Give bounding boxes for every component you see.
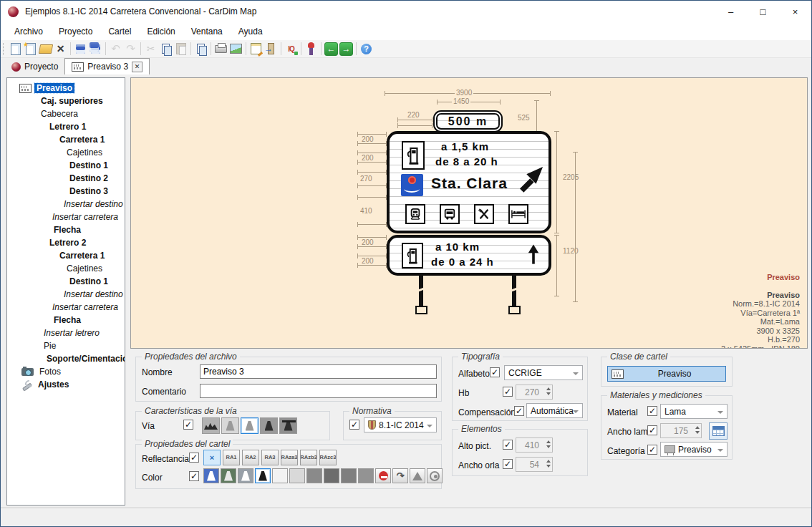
tree-item-insertar-letrero[interactable]: Insertar letrero [7,327,125,339]
via-type-road-2-button-selected[interactable] [241,417,258,434]
tab-proyecto[interactable]: Proyecto [5,59,64,74]
categoria-checkbox[interactable] [647,445,657,455]
save-icon[interactable] [73,42,88,57]
menu-archivo[interactable]: Archivo [6,24,51,39]
alto-pict-spinner[interactable]: 410 [516,437,553,453]
cut-icon[interactable] [143,42,158,57]
nombre-input[interactable] [200,364,437,379]
reflectancia-ra2-button[interactable]: RA2 [242,450,259,465]
compensacion-dropdown[interactable]: Automática [526,403,583,418]
reflectancia-raza3-button[interactable]: RAza3 [281,450,298,465]
color-swatch-darkgray-button[interactable] [324,468,339,483]
navigate-back-icon[interactable] [324,42,339,57]
normativa-checkbox[interactable] [349,420,359,430]
clase-preaviso-button[interactable]: Preaviso [607,366,726,382]
tree-item-caj-superiores[interactable]: Caj. superiores [7,95,125,107]
via-type-terrain-button[interactable] [202,417,220,434]
lamas-table-button[interactable] [709,422,728,440]
hb-spinner[interactable]: 270 [516,385,553,400]
tree-item-insertar-carretera-b[interactable]: Insertar carretera [7,301,125,314]
reflectancia-razb3-button[interactable]: RAzb3 [300,450,317,465]
tree-item-insertar-destino-b[interactable]: Insertar destino [7,288,125,301]
paste-icon[interactable] [173,42,188,57]
tree-item-destino-1[interactable]: Destino 1 [7,159,125,172]
properties-icon[interactable] [248,42,264,57]
export-icon[interactable] [264,42,279,57]
tree-item-cajetines-b[interactable]: Cajetines [7,262,125,275]
alfabeto-dropdown[interactable]: CCRIGE [504,365,583,380]
color-checkbox[interactable] [189,471,199,481]
save-all-icon[interactable] [88,42,103,57]
comentario-input[interactable] [200,384,437,398]
help-icon[interactable] [359,42,374,57]
tree-item-carretera-1[interactable]: Carretera 1 [7,133,125,146]
menu-cartel[interactable]: Cartel [100,24,139,39]
sign-canvas[interactable]: 3900 1450 220 525 200 200 270 410 200 20… [130,77,808,349]
tree-item-cajetines[interactable]: Cajetines [7,146,125,159]
duplicate-icon[interactable] [193,42,208,57]
tree-item-insertar-destino[interactable]: Insertar destino [7,198,125,211]
tab-preaviso-3[interactable]: Preaviso 3 ✕ [64,58,150,74]
color-swatch-white-button[interactable] [272,468,288,483]
tree-item-flecha-b[interactable]: Flecha [7,314,125,327]
color-target-button[interactable] [427,468,443,483]
tree-item-destino-3[interactable]: Destino 3 [7,185,125,198]
open-folder-icon[interactable] [38,42,53,57]
tab-close-icon[interactable]: ✕ [132,62,142,72]
color-swatch-lightgray-button[interactable] [289,468,305,483]
tree-item-letrero-2[interactable]: Letrero 2 [7,236,125,249]
reflectancia-ra1-button[interactable]: RA1 [223,450,240,465]
export-image-icon[interactable] [228,42,243,57]
alto-pict-checkbox[interactable] [503,440,513,450]
compensacion-checkbox[interactable] [514,406,524,416]
tree-item-pie[interactable]: Pie [7,339,125,352]
menu-ayuda[interactable]: Ayuda [231,24,271,39]
ancho-lamas-spinner[interactable]: 175 [660,423,702,438]
measurements-icon[interactable] [284,42,299,57]
menu-ventana[interactable]: Ventana [183,24,231,39]
tree-item-letrero-1[interactable]: Letrero 1 [7,120,125,133]
hb-checkbox[interactable] [503,387,513,397]
via-type-road-3-button[interactable] [260,417,278,434]
via-checkbox[interactable] [183,420,193,430]
tree-item-ajustes[interactable]: Ajustes [7,378,125,391]
close-button[interactable]: × [779,1,811,22]
alfabeto-checkbox[interactable] [490,367,500,377]
color-no-entry-button[interactable] [375,468,391,483]
color-detour-button[interactable] [392,468,408,483]
print-icon[interactable] [213,42,228,57]
redo-icon[interactable] [123,42,138,57]
maximize-button[interactable]: □ [747,1,779,22]
tree-item-flecha[interactable]: Flecha [7,223,125,236]
new-document-icon[interactable] [8,42,23,57]
navigate-forward-icon[interactable] [339,42,354,57]
tree-item-fotos[interactable]: Fotos [7,365,125,378]
tree-item-insertar-carretera[interactable]: Insertar carretera [7,211,125,223]
via-type-road-1-button[interactable] [221,417,239,434]
color-road-white-button-selected[interactable] [255,468,271,483]
delete-icon[interactable] [53,42,68,57]
color-warning-button[interactable] [410,468,425,483]
color-swatch-gray-button[interactable] [306,468,322,483]
normativa-dropdown[interactable]: 8.1-IC 2014 [364,417,437,432]
copy-icon[interactable] [158,42,173,57]
color-motorway-button[interactable] [203,468,219,483]
ancho-lamas-checkbox[interactable] [647,425,657,435]
via-type-gantry-button[interactable] [279,417,297,434]
material-checkbox[interactable] [647,406,657,416]
menu-proyecto[interactable]: Proyecto [51,24,100,39]
reflectancia-razc3-button[interactable]: RAzc3 [319,450,337,465]
color-swatch-gray2-button[interactable] [341,468,357,483]
reflectancia-checkbox[interactable] [189,453,199,463]
menu-edicion[interactable]: Edición [139,24,183,39]
ancho-orla-spinner[interactable]: 54 [516,457,553,472]
color-road-green-button[interactable] [221,468,236,483]
tree-item-cabecera[interactable]: Cabecera [7,107,125,120]
ancho-orla-checkbox[interactable] [503,459,513,469]
tree-item-destino-1b[interactable]: Destino 1 [7,275,125,288]
color-road-sign-button[interactable] [238,468,253,483]
signal-icon[interactable] [304,42,319,57]
undo-icon[interactable] [108,42,123,57]
categoria-dropdown[interactable]: Preaviso [660,442,728,457]
minimize-button[interactable]: – [715,1,747,22]
